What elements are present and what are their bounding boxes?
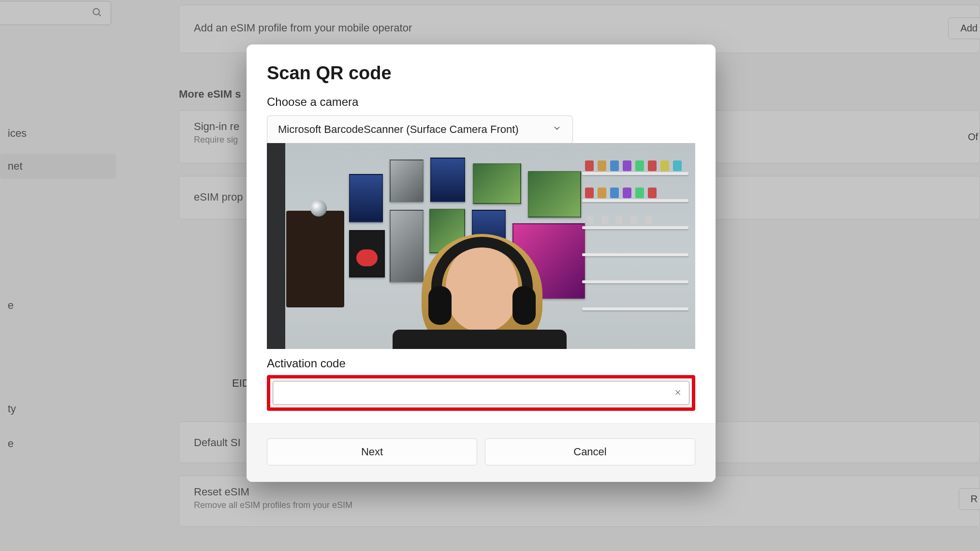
- close-icon: [674, 388, 682, 399]
- camera-selected-value: Microsoft BarcodeScanner (Surface Camera…: [278, 123, 519, 136]
- cancel-button-label: Cancel: [573, 446, 606, 458]
- camera-preview: [267, 143, 695, 349]
- dialog-footer: Next Cancel: [247, 423, 716, 482]
- activation-code-input[interactable]: [273, 381, 667, 405]
- camera-label: Choose a camera: [267, 95, 695, 109]
- activation-code-field-wrap: [273, 381, 689, 405]
- dialog-title: Scan QR code: [267, 63, 695, 84]
- clear-input-button[interactable]: [667, 382, 689, 404]
- scan-qr-dialog: Scan QR code Choose a camera Microsoft B…: [247, 44, 716, 482]
- camera-select[interactable]: Microsoft BarcodeScanner (Surface Camera…: [267, 116, 573, 144]
- activation-code-label: Activation code: [267, 357, 695, 370]
- activation-code-highlight: [267, 375, 695, 411]
- next-button[interactable]: Next: [267, 438, 477, 465]
- chevron-down-icon: [552, 123, 562, 136]
- cancel-button[interactable]: Cancel: [485, 438, 695, 465]
- dialog-body: Scan QR code Choose a camera Microsoft B…: [247, 44, 716, 423]
- next-button-label: Next: [361, 446, 383, 458]
